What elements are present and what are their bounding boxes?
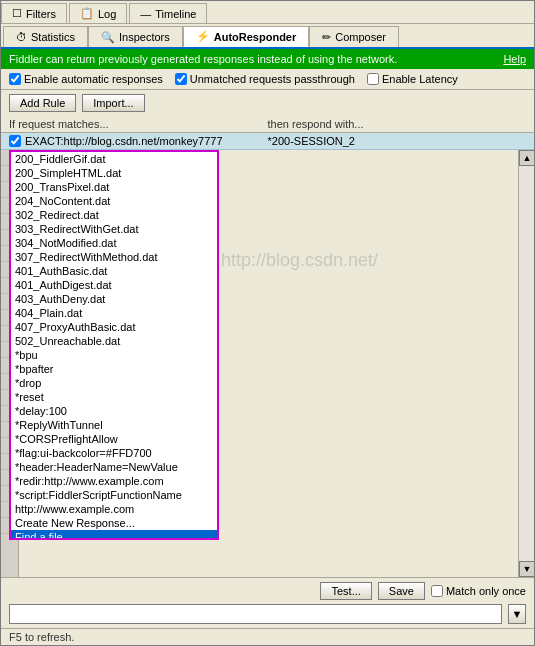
enable-auto-label: Enable automatic responses <box>24 73 163 85</box>
latency-checkbox[interactable]: Enable Latency <box>367 73 458 85</box>
scroll-track[interactable] <box>519 166 534 561</box>
file-list-item[interactable]: *bpu <box>11 348 217 362</box>
tab-filters[interactable]: ☐ Filters <box>1 3 67 23</box>
match-once-label: Match only once <box>446 585 526 597</box>
file-list-item[interactable]: 303_RedirectWithGet.dat <box>11 222 217 236</box>
file-list-item[interactable]: 401_AuthBasic.dat <box>11 264 217 278</box>
tab-inspectors-label: Inspectors <box>119 31 170 43</box>
filters-icon: ☐ <box>12 7 22 20</box>
tab-statistics[interactable]: ⏱ Statistics <box>3 26 88 47</box>
file-list-item[interactable]: 401_AuthDigest.dat <box>11 278 217 292</box>
dropdown-arrow-btn[interactable]: ▼ <box>508 604 526 624</box>
statistics-icon: ⏱ <box>16 31 27 43</box>
composer-icon: ✏ <box>322 31 331 44</box>
status-bar: F5 to refresh. <box>1 628 534 645</box>
match-once-check[interactable] <box>431 585 443 597</box>
tab-bar: ⏱ Statistics 🔍 Inspectors ⚡ AutoResponde… <box>1 24 534 49</box>
file-list-item[interactable]: *redir:http://www.example.com <box>11 474 217 488</box>
add-rule-button[interactable]: Add Rule <box>9 94 76 112</box>
toolbar: Add Rule Import... <box>1 90 534 116</box>
row-checkbox[interactable] <box>9 135 21 147</box>
bottom-row1: Test... Save Match only once <box>9 582 526 600</box>
file-list-item[interactable]: *ReplyWithTunnel <box>11 418 217 432</box>
file-list-item[interactable]: Create New Response... <box>11 516 217 530</box>
cell-left: EXACT:http://blog.csdn.net/monkey7777 <box>9 135 268 147</box>
response-input[interactable] <box>9 604 502 624</box>
file-list-item[interactable]: Find a file... <box>11 530 217 540</box>
unmatched-check[interactable] <box>175 73 187 85</box>
file-list-item[interactable]: 407_ProxyAuthBasic.dat <box>11 320 217 334</box>
match-once-checkbox[interactable]: Match only once <box>431 585 526 597</box>
cell-right: *200-SESSION_2 <box>268 135 527 147</box>
tab-statistics-label: Statistics <box>31 31 75 43</box>
tab-timeline-label: Timeline <box>155 8 196 20</box>
bottom-row2: ▼ <box>9 604 526 624</box>
file-list[interactable]: 200_FiddlerGif.dat200_SimpleHTML.dat200_… <box>9 150 219 540</box>
table-header: If request matches... then respond with.… <box>1 116 534 133</box>
file-list-item[interactable]: *script:FiddlerScriptFunctionName <box>11 488 217 502</box>
tab-autoresponder-label: AutoResponder <box>214 31 297 43</box>
unmatched-checkbox[interactable]: Unmatched requests passthrough <box>175 73 355 85</box>
col-header-left: If request matches... <box>9 118 268 130</box>
scroll-up-btn[interactable]: ▲ <box>519 150 534 166</box>
test-button[interactable]: Test... <box>320 582 371 600</box>
save-button[interactable]: Save <box>378 582 425 600</box>
main-window: ☐ Filters 📋 Log — Timeline ⏱ Statistics … <box>0 0 535 646</box>
file-list-item[interactable]: *CORSPreflightAllow <box>11 432 217 446</box>
log-icon: 📋 <box>80 7 94 20</box>
menu-bar: ☐ Filters 📋 Log — Timeline <box>1 1 534 24</box>
watermark: http://blog.csdn.net/ <box>221 250 378 271</box>
file-list-item[interactable]: http://www.example.com <box>11 502 217 516</box>
tab-filters-label: Filters <box>26 8 56 20</box>
file-list-item[interactable]: 204_NoContent.dat <box>11 194 217 208</box>
file-list-item[interactable]: *header:HeaderName=NewValue <box>11 460 217 474</box>
file-list-item[interactable]: 307_RedirectWithMethod.dat <box>11 250 217 264</box>
tab-log-label: Log <box>98 8 116 20</box>
autoresponder-icon: ⚡ <box>196 30 210 43</box>
enable-auto-check[interactable] <box>9 73 21 85</box>
scroll-down-btn[interactable]: ▼ <box>519 561 534 577</box>
enable-auto-checkbox[interactable]: Enable automatic responses <box>9 73 163 85</box>
file-list-item[interactable]: 200_TransPixel.dat <box>11 180 217 194</box>
tab-composer-label: Composer <box>335 31 386 43</box>
help-link[interactable]: Help <box>503 53 526 65</box>
latency-label: Enable Latency <box>382 73 458 85</box>
info-bar: Fiddler can return previously generated … <box>1 49 534 69</box>
inspectors-icon: 🔍 <box>101 31 115 44</box>
tab-log[interactable]: 📋 Log <box>69 3 127 23</box>
table-row[interactable]: EXACT:http://blog.csdn.net/monkey7777 *2… <box>1 133 534 150</box>
tab-timeline[interactable]: — Timeline <box>129 3 207 23</box>
file-list-item[interactable]: 200_FiddlerGif.dat <box>11 152 217 166</box>
options-bar: Enable automatic responses Unmatched req… <box>1 69 534 90</box>
right-scrollbar[interactable]: ▲ ▼ <box>518 150 534 577</box>
latency-check[interactable] <box>367 73 379 85</box>
import-button[interactable]: Import... <box>82 94 144 112</box>
file-list-item[interactable]: *drop <box>11 376 217 390</box>
col-header-right: then respond with... <box>268 118 527 130</box>
tab-inspectors[interactable]: 🔍 Inspectors <box>88 26 183 47</box>
timeline-icon: — <box>140 8 151 20</box>
status-text: F5 to refresh. <box>9 631 74 643</box>
file-list-item[interactable]: *bpafter <box>11 362 217 376</box>
content-area: 1 2 3 4 5 6 7 8 9 0 1 2 3 4 5 6 7 8 9 0 <box>1 150 534 577</box>
file-list-item[interactable]: 302_Redirect.dat <box>11 208 217 222</box>
file-list-item[interactable]: 404_Plain.dat <box>11 306 217 320</box>
file-list-item[interactable]: 200_SimpleHTML.dat <box>11 166 217 180</box>
file-list-item[interactable]: *reset <box>11 390 217 404</box>
dropdown-area: 1 2 3 4 5 6 7 8 9 0 1 2 3 4 5 6 7 8 9 0 <box>1 150 534 577</box>
file-list-item[interactable]: *delay:100 <box>11 404 217 418</box>
row-match: EXACT:http://blog.csdn.net/monkey7777 <box>25 135 223 147</box>
file-list-item[interactable]: 403_AuthDeny.dat <box>11 292 217 306</box>
tab-composer[interactable]: ✏ Composer <box>309 26 399 47</box>
info-message: Fiddler can return previously generated … <box>9 53 397 65</box>
file-list-item[interactable]: *flag:ui-backcolor=#FFD700 <box>11 446 217 460</box>
tab-autoresponder[interactable]: ⚡ AutoResponder <box>183 26 310 47</box>
unmatched-label: Unmatched requests passthrough <box>190 73 355 85</box>
file-list-item[interactable]: 502_Unreachable.dat <box>11 334 217 348</box>
file-list-item[interactable]: 304_NotModified.dat <box>11 236 217 250</box>
bottom-section: Test... Save Match only once ▼ <box>1 577 534 628</box>
